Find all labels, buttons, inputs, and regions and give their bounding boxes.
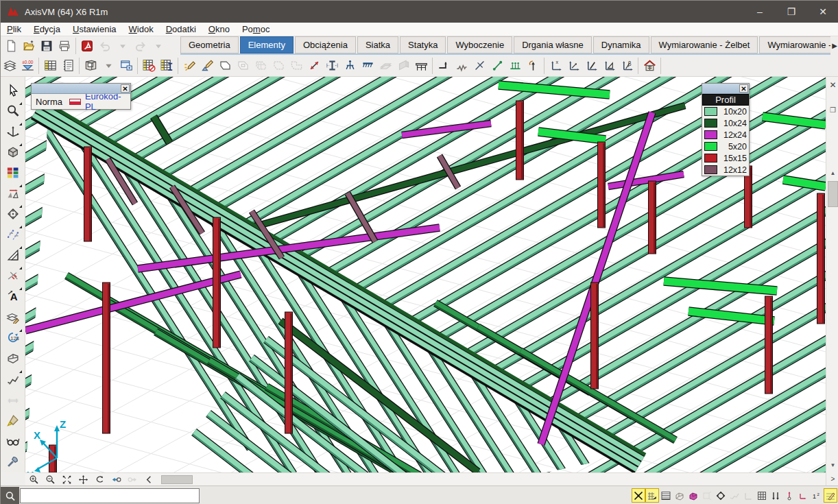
modify-objects-button[interactable] <box>198 57 216 75</box>
tab-obciążenia[interactable]: Obciążenia <box>295 36 356 53</box>
snap-grid-toggle[interactable] <box>645 488 659 503</box>
vscroll-thumb[interactable] <box>828 181 838 207</box>
section-line-tool[interactable] <box>3 370 23 389</box>
profil-panel-titlebar[interactable]: ✕ <box>702 84 749 94</box>
reference-axis-button[interactable] <box>582 57 600 75</box>
save-button[interactable] <box>38 37 56 55</box>
cross-section-table-button[interactable] <box>158 57 176 75</box>
new-file-button[interactable] <box>2 37 20 55</box>
settings-tool[interactable] <box>3 452 23 471</box>
reference-angle-button[interactable]: β <box>618 57 636 75</box>
zoom-fit-button[interactable] <box>58 473 75 485</box>
maximize-button[interactable]: ❐ <box>776 1 807 23</box>
zoom-tool[interactable] <box>3 101 23 121</box>
norma-panel-titlebar[interactable]: ✕ <box>32 84 130 94</box>
renumber-tool[interactable]: 123 <box>3 328 23 348</box>
search-tool[interactable] <box>3 411 23 430</box>
color-coding-tool[interactable] <box>3 163 23 182</box>
pan-button[interactable] <box>75 473 91 485</box>
menu-dodatki[interactable]: Dodatki <box>160 23 202 36</box>
tab-wyboczenie[interactable]: Wyboczenie <box>447 36 512 53</box>
display-mode-tool[interactable] <box>3 143 23 162</box>
zoom-out-button[interactable] <box>42 473 58 485</box>
mesh-display-toggle[interactable] <box>755 488 769 503</box>
line-support-button[interactable] <box>359 57 376 75</box>
hscroll-thumb[interactable] <box>161 475 193 484</box>
building-model-button[interactable] <box>641 57 658 75</box>
local-system-toggle[interactable] <box>741 488 755 503</box>
beam-cross-section-button[interactable] <box>323 57 341 75</box>
tab-dynamika[interactable]: Dynamika <box>593 36 649 53</box>
tab-wymiarowanie-żelbet[interactable]: Wymiarowanie - Żelbet <box>651 36 758 53</box>
scroll-left-button[interactable] <box>141 473 157 485</box>
model-viewport[interactable]: ZXY ✕ Norma Eurokod-PL ✕ Profil 10x2010x… <box>25 77 826 472</box>
scroll-down-arrow[interactable]: ▼ <box>826 459 838 472</box>
parts-toggle[interactable] <box>673 488 686 503</box>
selection-tool[interactable] <box>3 81 23 100</box>
view-close-icon[interactable]: ✕ <box>826 80 838 92</box>
translate-tool[interactable] <box>3 184 23 203</box>
tab-wymiarowanie-stal[interactable]: Wymiarowanie - Stal <box>759 36 830 53</box>
link-element-button[interactable] <box>488 57 506 75</box>
dimension-tool[interactable] <box>3 225 23 244</box>
line-elements-button[interactable] <box>305 57 323 75</box>
rotate-view-button[interactable] <box>91 473 108 485</box>
parts-tool[interactable] <box>3 349 23 368</box>
menu-pomoc[interactable]: Pomoc <box>236 23 276 36</box>
menu-edycja[interactable]: Edycja <box>27 23 67 36</box>
divide-line-tool[interactable] <box>3 266 23 285</box>
coordinate-window-toggle[interactable] <box>659 488 673 503</box>
drawings-dropdown[interactable] <box>99 57 117 75</box>
reference-vector-button[interactable] <box>564 57 582 75</box>
draw-objects-button[interactable] <box>180 57 198 75</box>
layers-button[interactable] <box>1 57 19 75</box>
save-drawing-button[interactable] <box>117 57 135 75</box>
drafting-tool[interactable] <box>3 245 23 265</box>
gap-element-button[interactable] <box>470 57 488 75</box>
menu-okno[interactable]: Okno <box>202 23 236 36</box>
tab-drgania-własne[interactable]: Drgania własne <box>514 36 592 53</box>
profil-close-icon[interactable]: ✕ <box>739 84 748 93</box>
workplane-toggle[interactable] <box>700 488 714 503</box>
scroll-right-arrow[interactable]: > <box>826 473 838 485</box>
edge-hinge-button[interactable] <box>435 57 453 75</box>
pdf-export-button[interactable] <box>78 37 96 55</box>
axes-display-toggle[interactable] <box>796 488 810 503</box>
print-button[interactable] <box>56 37 73 55</box>
close-button[interactable]: ✕ <box>807 1 838 23</box>
reference-point-button[interactable]: x <box>547 57 564 75</box>
menu-plik[interactable]: Plik <box>1 23 27 36</box>
frame-wizard-button[interactable] <box>412 57 430 75</box>
vertical-scrollbar[interactable]: ✕ ❐ ▲ ▼ > <box>826 77 838 485</box>
load-display-toggle[interactable] <box>769 488 782 503</box>
nodal-support-button[interactable] <box>341 57 359 75</box>
norma-close-icon[interactable]: ✕ <box>121 84 130 93</box>
reference-plane-button[interactable] <box>600 57 618 75</box>
design-code-value[interactable]: Eurokod-PL <box>85 91 126 112</box>
display-options-tool[interactable] <box>3 431 23 451</box>
minimize-button[interactable]: – <box>744 1 776 23</box>
tab-elementy[interactable]: Elementy <box>240 36 294 53</box>
nodal-dof-button[interactable] <box>524 57 542 75</box>
drawings-library-button[interactable] <box>82 57 99 75</box>
spring-element-button[interactable] <box>453 57 470 75</box>
menu-ustawienia[interactable]: Ustawienia <box>67 23 123 36</box>
tab-geometria[interactable]: Geometria <box>180 36 239 53</box>
open-file-button[interactable] <box>20 37 38 55</box>
transform-tool[interactable] <box>3 204 23 224</box>
domain-button[interactable] <box>216 57 234 75</box>
tab-statyka[interactable]: Statyka <box>400 36 446 53</box>
support-display-toggle[interactable] <box>782 488 796 503</box>
material-table-button[interactable] <box>140 57 158 75</box>
snap-intersection-toggle[interactable] <box>632 488 645 503</box>
scroll-up-arrow[interactable]: ▲ <box>826 167 838 180</box>
annotation-tool[interactable]: A <box>3 287 23 306</box>
tab-siatka[interactable]: Siatka <box>357 36 398 53</box>
search-button[interactable] <box>1 487 19 504</box>
view-restore-icon[interactable]: ❐ <box>826 104 838 117</box>
views-tool[interactable] <box>3 122 23 141</box>
parts-filter-toggle[interactable] <box>686 488 700 503</box>
tab-overflow-arrow[interactable]: ▶ <box>832 42 837 49</box>
selection-toggle[interactable] <box>714 488 728 503</box>
rigid-element-button[interactable] <box>506 57 524 75</box>
